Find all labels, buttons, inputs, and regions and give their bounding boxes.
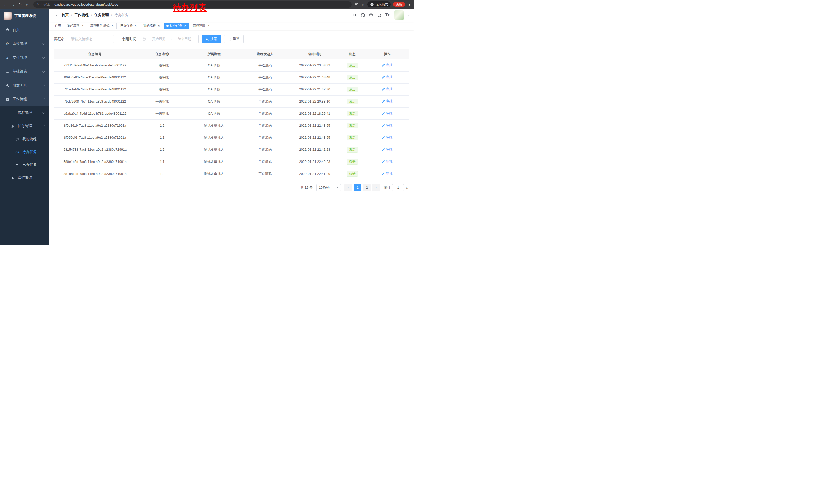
search-button[interactable]: 搜索 — [202, 35, 221, 43]
table-body: 73211d9d-7b9b-11ec-b5b7-acde48001122一级审批… — [54, 59, 409, 180]
sidebar-item-infrastructure[interactable]: 基础设施 — [0, 64, 49, 79]
breadcrumb-item[interactable]: 任务管理 — [94, 13, 109, 17]
search-icon[interactable] — [353, 13, 357, 17]
bookmark-star-icon[interactable]: ☆ — [362, 2, 365, 6]
goto-page-input[interactable] — [392, 184, 404, 191]
next-page-button[interactable]: › — [372, 184, 380, 191]
omnibox-divider — [52, 3, 52, 6]
cell-id: 069c6a63-7b8a-11ec-8ef0-acde48001122 — [54, 71, 136, 83]
close-icon[interactable]: × — [81, 24, 84, 28]
cell-process: OA 请假 — [188, 83, 240, 95]
approve-link[interactable]: 审批 — [382, 123, 393, 128]
cell-initiator: 芋道源码 — [240, 120, 290, 132]
sidebar-item-label: 任务管理 — [18, 124, 32, 129]
password-key-icon[interactable] — [355, 2, 359, 6]
table-row: 069c6a63-7b8a-11ec-8ef0-acde48001122一级审批… — [54, 71, 409, 83]
sidebar-item-leave-query[interactable]: 请假查询 — [0, 171, 49, 185]
cell-id: 58154733-7ac8-11ec-a9e2-a2380e71991a — [54, 144, 136, 155]
tab-my-process[interactable]: 我的流程× — [141, 22, 163, 29]
column-header: 状态 — [339, 49, 366, 59]
refresh-icon[interactable]: ↻ — [17, 2, 23, 7]
process-name-input[interactable] — [68, 35, 114, 43]
cell-name: 1.1 — [136, 155, 188, 168]
sidebar-item-my-process[interactable]: 我的流程 — [0, 133, 49, 146]
close-icon[interactable]: × — [183, 24, 187, 28]
reset-button[interactable]: 重置 — [224, 35, 244, 43]
filter-form: 流程名 创建时间 开始日期 - 结束日期 搜索 — [54, 35, 409, 43]
caret-down-icon[interactable] — [408, 15, 410, 16]
tab-done-tasks[interactable]: 已办任务× — [118, 22, 140, 29]
cell-process: 测试多审批人 — [188, 120, 240, 132]
cell-id: 73211d9d-7b9b-11ec-b5b7-acde48001122 — [54, 59, 136, 71]
approve-label: 审批 — [386, 135, 393, 140]
cell-created: 2022-01-21 22:43:55 — [290, 132, 339, 144]
user-avatar[interactable] — [394, 10, 404, 20]
sidebar-item-system-mgmt[interactable]: ⚙ 系统管理 — [0, 37, 49, 51]
breadcrumb-item: 待办任务 — [114, 13, 129, 17]
forward-icon[interactable]: → — [10, 2, 16, 7]
close-icon[interactable]: × — [134, 24, 137, 28]
approve-link[interactable]: 审批 — [382, 171, 393, 176]
sidebar-item-done-tasks[interactable]: 已办任务 — [0, 158, 49, 171]
sidebar-item-process-mgmt[interactable]: 流程管理 — [0, 106, 49, 120]
close-icon[interactable]: × — [157, 24, 161, 28]
sidebar-item-dev-tools[interactable]: 研发工具 — [0, 79, 49, 92]
date-separator: - — [171, 37, 172, 41]
sidebar-item-home[interactable]: 首页 — [0, 23, 49, 37]
sidebar-item-todo-tasks[interactable]: 待办任务 — [0, 146, 49, 158]
page-size-select[interactable]: 10条/页 — [316, 184, 341, 191]
column-header: 操作 — [366, 49, 409, 59]
approve-label: 审批 — [386, 111, 393, 116]
close-icon[interactable]: × — [206, 24, 210, 28]
table-row: 75d72608-7b7f-11ec-a3c8-acde48001122一级审批… — [54, 95, 409, 107]
prev-page-button[interactable]: ‹ — [344, 184, 352, 191]
back-icon[interactable]: ← — [3, 2, 9, 7]
approve-link[interactable]: 审批 — [382, 75, 393, 80]
home-icon[interactable]: ⌂ — [24, 2, 30, 7]
approve-link[interactable]: 审批 — [382, 135, 393, 140]
navbar-actions: TT — [353, 10, 410, 20]
app-logo[interactable]: 芋道管理系统 — [0, 9, 49, 23]
help-icon[interactable] — [369, 13, 373, 17]
github-icon[interactable] — [361, 13, 365, 17]
cell-id: 725a1eb6-7b88-11ec-8ef0-acde48001122 — [54, 83, 136, 95]
cell-name: 一级审批 — [136, 71, 188, 83]
approve-link[interactable]: 审批 — [382, 147, 393, 152]
cell-created: 2022-01-21 22:43:55 — [290, 120, 339, 132]
pagination: 共 16 条 10条/页 ‹ 12 › 前往 页 — [54, 184, 409, 191]
workflow-submenu: 流程管理 任务管理 我的流程 待办任务 — [0, 106, 49, 185]
edit-icon — [382, 136, 385, 139]
approve-link[interactable]: 审批 — [382, 87, 393, 92]
cell-initiator: 芋道源码 — [240, 83, 290, 95]
status-badge: 激活 — [346, 147, 358, 152]
approve-label: 审批 — [386, 87, 393, 92]
approve-link[interactable]: 审批 — [382, 99, 393, 103]
tab-process-form-edit[interactable]: 流程表单-编辑× — [88, 22, 117, 29]
tab-todo-tasks[interactable]: 待办任务× — [164, 22, 189, 29]
approve-link[interactable]: 审批 — [382, 159, 393, 164]
breadcrumb-item[interactable]: 首页 — [61, 13, 69, 17]
breadcrumb-item[interactable]: 工作流程 — [74, 13, 89, 17]
fullscreen-icon[interactable] — [377, 13, 381, 17]
tab-process-detail[interactable]: 流程详情× — [191, 22, 212, 29]
approve-link[interactable]: 审批 — [382, 111, 393, 116]
person-icon — [10, 176, 15, 180]
sidebar-item-task-mgmt[interactable]: 任务管理 — [0, 120, 49, 133]
page-button-2[interactable]: 2 — [363, 184, 371, 191]
update-button[interactable]: 更新 — [393, 2, 405, 7]
breadcrumb-separator: / — [71, 13, 72, 17]
chevron-down-icon — [42, 70, 45, 73]
page-button-1[interactable]: 1 — [354, 184, 362, 191]
tab-home[interactable]: 首页 — [52, 22, 64, 29]
date-range-picker[interactable]: 开始日期 - 结束日期 — [139, 35, 199, 43]
sidebar-item-workflow[interactable]: 工作流程 — [0, 92, 49, 106]
approve-link[interactable]: 审批 — [382, 63, 393, 67]
close-icon[interactable]: × — [111, 24, 114, 28]
tab-initiate-process[interactable]: 发起流程× — [65, 22, 86, 29]
collapse-sidebar-icon[interactable] — [53, 13, 57, 17]
browser-menu-icon[interactable]: ⋮ — [408, 2, 411, 7]
cell-name: 1.2 — [136, 144, 188, 155]
chevron-down-icon — [42, 56, 45, 59]
font-size-icon[interactable]: TT — [385, 13, 389, 17]
sidebar-item-payment-mgmt[interactable]: ¥ 支付管理 — [0, 51, 49, 64]
